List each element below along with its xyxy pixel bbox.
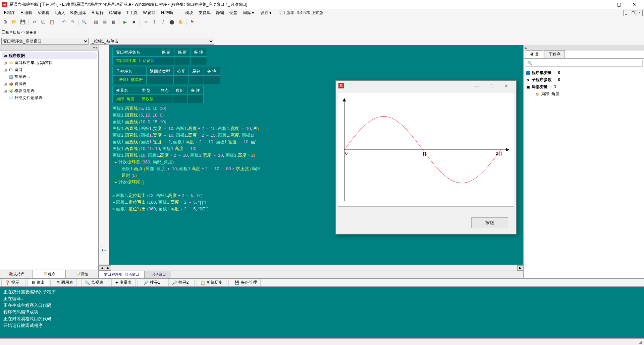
tree-root[interactable]: 🗂程序数据: [2, 52, 97, 59]
menu-run[interactable]: R.运行: [89, 10, 106, 16]
sine-plot: 0 ∏ 2∏: [338, 93, 514, 206]
menu-support[interactable]: 支持库: [196, 10, 213, 16]
mdi-minimize-button[interactable]: _: [623, 10, 629, 16]
tree-node[interactable]: ⊞🗔窗口: [2, 66, 97, 73]
variable-tree[interactable]: 🟦程序集变量 － 0 ⬗子程序参数 － 0 ▣局部变量 － 1 整局部_角度: [524, 68, 644, 278]
running-window[interactable]: 易 — ▢ ✕ 0 ∏ 2∏ 按钮: [335, 80, 517, 234]
paste-icon[interactable]: 📋: [48, 18, 56, 26]
menu-compile[interactable]: C.编译: [106, 10, 124, 16]
tree-node[interactable]: 🔢常量表...: [2, 73, 97, 80]
tb2-icon-5[interactable]: ⊟: [17, 30, 20, 34]
open-file-icon[interactable]: 📂: [10, 18, 18, 26]
new-file-icon[interactable]: 🗎: [1, 18, 9, 26]
run-minimize-button[interactable]: —: [469, 81, 484, 90]
menu-help[interactable]: H.帮助: [158, 10, 176, 16]
redo-icon[interactable]: ↷: [68, 18, 76, 26]
tb2-icon-1[interactable]: 🗔: [1, 30, 5, 34]
menu-dict[interactable]: 词库▼: [240, 10, 258, 16]
output-console[interactable]: 正在统计需要编译的子程序 正在编译... 正在生成主程序入口代码 程序代码编译成…: [0, 287, 644, 338]
btab-output[interactable]: 🖥输出: [28, 279, 48, 286]
window-icon: 🗔: [9, 68, 13, 72]
run-button[interactable]: 按钮: [471, 217, 508, 228]
minimize-button[interactable]: —: [596, 0, 611, 9]
menu-view[interactable]: V.查看: [35, 10, 52, 16]
tree-node[interactable]: ⊞🧩模块引用表: [2, 87, 97, 94]
menu-database[interactable]: B.数据库: [68, 10, 89, 16]
flag-icon[interactable]: ⚑: [188, 18, 196, 26]
scroll-right2-icon[interactable]: ▶: [517, 265, 523, 271]
tab-support-lib[interactable]: 📚 支持库: [0, 270, 33, 278]
search-input[interactable]: [525, 60, 643, 67]
btab-watch[interactable]: 🔍监视表: [81, 279, 107, 286]
btab-backup[interactable]: 💾备份管理: [231, 279, 261, 286]
project-tree[interactable]: 🗂程序数据 ⊞📁窗口程序集_启动窗口 ⊞🗔窗口 🔢常量表... ⊞📦资源表 ⊞🧩…: [0, 51, 99, 270]
editor-tab-2[interactable]: _启动窗口: [144, 271, 171, 278]
tree-node[interactable]: ⊞📁窗口程序集_启动窗口: [2, 59, 97, 66]
btab-search2[interactable]: 🔎搜寻2: [168, 279, 193, 286]
menu-window[interactable]: W.窗口: [140, 10, 158, 16]
tree-node[interactable]: 📄外部文件记录表: [2, 94, 97, 101]
save-file-icon[interactable]: 💾: [19, 18, 27, 26]
mdi-close-button[interactable]: ×: [637, 10, 643, 16]
btab-vartable[interactable]: ✦变量表: [111, 279, 136, 286]
layout3-icon[interactable]: ▦: [109, 18, 117, 26]
tab-variables[interactable]: 变 量: [526, 50, 543, 58]
procedure-select[interactable]: _按钮1_被单击: [90, 38, 214, 45]
menu-program[interactable]: F.程序: [1, 10, 18, 16]
tree-node-params[interactable]: ⬗子程序参数 － 0: [526, 76, 642, 83]
scroll-left-icon[interactable]: ◀: [99, 265, 105, 271]
find-icon[interactable]: 🔍: [80, 18, 88, 26]
tb2-icon-9[interactable]: ≣: [33, 30, 37, 34]
editor-tab-1[interactable]: 窗口程序集_启动窗口: [99, 271, 144, 278]
tab-subroutines[interactable]: 子程序: [544, 50, 565, 58]
layout1-icon[interactable]: ▥: [92, 18, 100, 26]
menu-module[interactable]: 模块: [182, 10, 196, 16]
btab-hint[interactable]: ❓提示: [1, 279, 23, 286]
close-button[interactable]: ✕: [627, 0, 642, 9]
tb2-icon-2[interactable]: ⊞: [6, 30, 9, 34]
layout2-icon[interactable]: ▤: [101, 18, 109, 26]
tree-node-local-angle[interactable]: 整局部_角度: [526, 90, 642, 97]
menu-edit[interactable]: E.编辑: [18, 10, 35, 16]
copy-icon[interactable]: ⿻: [39, 18, 47, 26]
scroll-right-icon[interactable]: ▶: [105, 265, 111, 271]
tb2-icon-3[interactable]: ≡: [10, 30, 12, 34]
menu-notes[interactable]: 便签: [227, 10, 240, 16]
h-scrollbar[interactable]: ◀ ▶ ▶: [99, 265, 523, 271]
panel-pin-icon[interactable]: ▾: [93, 46, 95, 50]
run-titlebar[interactable]: 易 — ▢ ✕: [336, 81, 516, 91]
maximize-button[interactable]: ▢: [611, 0, 627, 9]
run-close-button[interactable]: ✕: [499, 81, 514, 90]
panel-close-icon[interactable]: ×: [96, 46, 98, 50]
menu-static[interactable]: 静编: [213, 10, 227, 16]
run-maximize-button[interactable]: ▢: [484, 81, 499, 90]
tb2-icon-8[interactable]: ◈: [30, 30, 33, 34]
tb2-icon-6[interactable]: ▭: [21, 30, 25, 34]
tb2-icon-7[interactable]: ⊠: [25, 30, 29, 34]
stop-icon[interactable]: ■: [130, 18, 138, 26]
cursor-icon[interactable]: ✋: [176, 18, 184, 26]
tree-node-assembly-vars[interactable]: 🟦程序集变量 － 0: [526, 69, 642, 76]
btab-search1[interactable]: 🔎搜寻1: [140, 279, 164, 286]
tree-node-locals[interactable]: ▣局部变量 － 1: [526, 83, 642, 90]
output-line: 正在统计需要编译的子程序: [3, 289, 641, 295]
step-out-icon[interactable]: ⤴: [159, 18, 167, 26]
resize-grip-icon[interactable]: ◢: [639, 340, 642, 344]
menu-settings[interactable]: 设置▼: [258, 10, 275, 16]
tree-node[interactable]: ⊞📦资源表: [2, 80, 97, 87]
mdi-restore-button[interactable]: ❐: [630, 10, 636, 16]
step-into-icon[interactable]: ⤵: [150, 18, 158, 26]
tb2-icon-4[interactable]: ⊡: [13, 30, 16, 34]
breakpoint-icon[interactable]: ⬤: [168, 18, 176, 26]
cut-icon[interactable]: ✂: [31, 18, 39, 26]
step-over-icon[interactable]: ⤼: [142, 18, 150, 26]
assembly-select[interactable]: 窗口程序集_启动窗口: [1, 38, 89, 45]
btab-clip[interactable]: 📋剪辑历史: [197, 279, 226, 286]
tab-properties[interactable]: 📝 属性: [66, 270, 99, 278]
menu-insert[interactable]: I.插入: [52, 10, 68, 16]
menu-tools[interactable]: T.工具: [124, 10, 140, 16]
tab-program[interactable]: 📋 程序: [33, 270, 66, 278]
undo-icon[interactable]: ↶: [60, 18, 68, 26]
btab-calltable[interactable]: ⊞调用表: [53, 279, 77, 286]
run-icon[interactable]: ▶: [121, 18, 129, 26]
